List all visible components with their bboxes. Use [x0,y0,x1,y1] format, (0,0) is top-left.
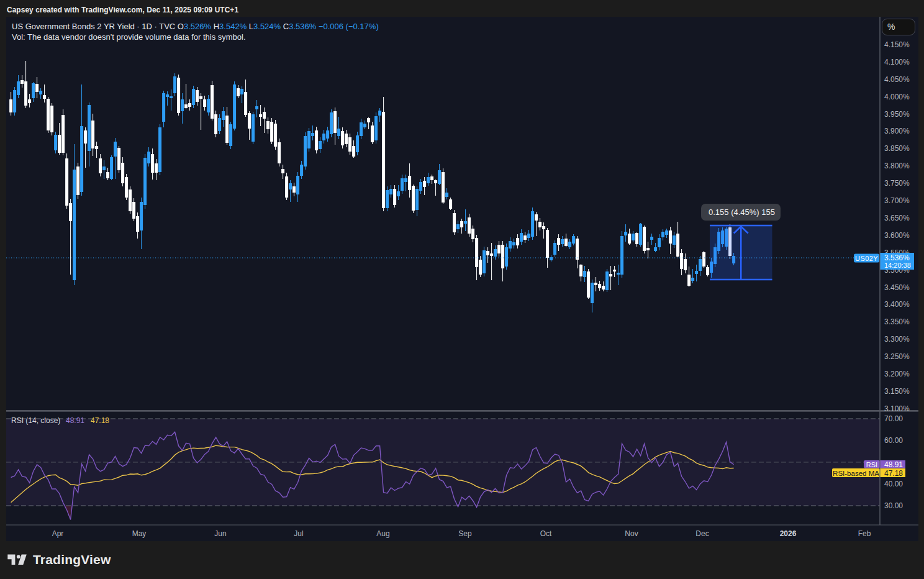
svg-text:4.000%: 4.000% [884,93,910,101]
svg-text:3.350%: 3.350% [884,317,910,326]
svg-text:Jul: Jul [294,529,303,538]
svg-text:48.91: 48.91 [884,460,903,469]
svg-text:Feb: Feb [858,529,871,538]
svg-text:RSI: RSI [866,461,877,468]
svg-text:4.050%: 4.050% [884,75,910,84]
svg-text:Jun: Jun [214,529,226,538]
svg-text:60.00: 60.00 [884,436,903,445]
svg-text:Nov: Nov [625,529,638,538]
svg-text:Aug: Aug [376,529,389,538]
svg-text:4.100%: 4.100% [884,58,910,66]
svg-text:RSI (14, close): RSI (14, close) [11,416,60,425]
svg-text:RSI-based MA: RSI-based MA [833,470,879,477]
svg-text:Vol: The data vendor doesn't p: Vol: The data vendor doesn't provide vol… [12,32,246,42]
svg-text:48.91: 48.91 [66,416,84,425]
svg-text:3.950%: 3.950% [884,110,910,119]
svg-text:Sep: Sep [458,529,472,538]
svg-text:Oct: Oct [540,529,552,538]
svg-text:3.400%: 3.400% [884,300,910,309]
svg-text:3.800%: 3.800% [884,162,910,170]
svg-text:3.200%: 3.200% [884,370,910,378]
svg-text:Dec: Dec [695,529,709,538]
svg-text:0.155 (4.45%) 155: 0.155 (4.45%) 155 [709,207,775,217]
svg-text:3.300%: 3.300% [884,335,910,344]
svg-text:3.700%: 3.700% [884,196,910,205]
svg-text:%: % [887,22,895,32]
svg-text:May: May [132,529,147,538]
svg-text:3.250%: 3.250% [884,352,910,361]
svg-text:40.00: 40.00 [884,480,903,488]
svg-text:Apr: Apr [52,529,64,538]
svg-text:14:20:38: 14:20:38 [884,262,911,269]
svg-text:4.150%: 4.150% [884,40,910,49]
svg-text:70.00: 70.00 [884,414,903,423]
svg-text:47.18: 47.18 [91,416,109,425]
svg-text:3.650%: 3.650% [884,214,910,222]
svg-text:3.600%: 3.600% [884,231,910,240]
svg-text:US02Y: US02Y [855,255,878,262]
svg-text:3.536%: 3.536% [884,253,910,262]
svg-text:3.150%: 3.150% [884,387,910,396]
svg-text:3.100%: 3.100% [884,404,910,413]
svg-text:30.00: 30.00 [884,501,903,510]
svg-text:2026: 2026 [780,529,797,538]
svg-text:47.18: 47.18 [884,469,903,478]
svg-text:3.850%: 3.850% [884,144,910,153]
svg-text:3.750%: 3.750% [884,179,910,188]
svg-text:US Government Bonds 2 YR Yield: US Government Bonds 2 YR Yield · 1D · TV… [12,22,379,31]
svg-text:3.450%: 3.450% [884,283,910,292]
svg-text:3.900%: 3.900% [884,127,910,135]
